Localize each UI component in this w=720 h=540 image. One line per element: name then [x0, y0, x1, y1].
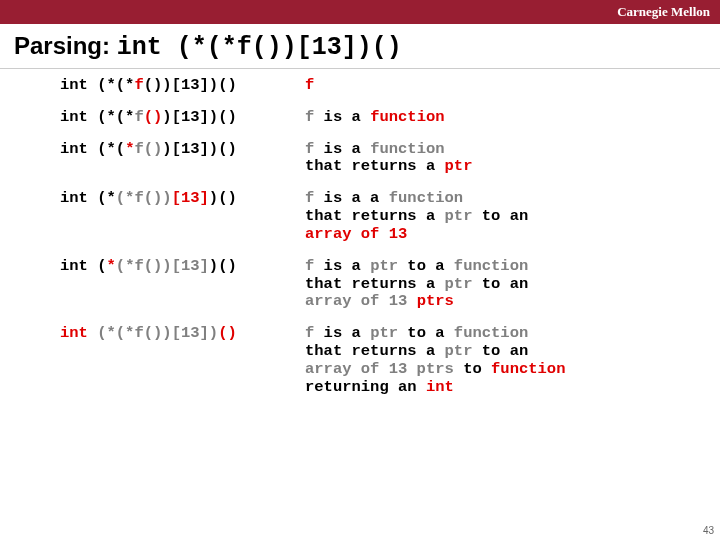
slide-title: Parsing: int (*(*f())[13])() [0, 24, 720, 69]
lhs-code: int (*(*f())[13])() [60, 109, 305, 127]
lhs-code: int (*(*f())[13])() [60, 190, 305, 243]
parse-row: int (*(*f())[13])() f is a a functiontha… [60, 190, 706, 243]
brand-bar: Carnegie Mellon [0, 0, 720, 24]
rhs-desc: f [305, 77, 706, 95]
rhs-desc: f is a function [305, 109, 706, 127]
brand-label: Carnegie Mellon [617, 4, 710, 19]
title-code: int (*(*f())[13])() [117, 33, 402, 62]
rhs-desc: f is a a functionthat returns a ptr to a… [305, 190, 706, 243]
parse-row: int (*(*f())[13])() f is a functionthat … [60, 141, 706, 177]
rhs-desc: f is a ptr to a functionthat returns a p… [305, 325, 706, 396]
rhs-desc: f is a functionthat returns a ptr [305, 141, 706, 177]
lhs-code: int (*(*f())[13])() [60, 77, 305, 95]
title-prefix: Parsing: [14, 32, 117, 59]
lhs-code: int (*(*f())[13])() [60, 258, 305, 311]
slide-number: 43 [703, 525, 714, 536]
parse-row: int (*(*f())[13])() f is a function [60, 109, 706, 127]
content-area: int (*(*f())[13])() f int (*(*f())[13])(… [0, 69, 720, 396]
rhs-desc: f is a ptr to a functionthat returns a p… [305, 258, 706, 311]
parse-row: int (*(*f())[13])() f is a ptr to a func… [60, 325, 706, 396]
lhs-code: int (*(*f())[13])() [60, 141, 305, 177]
parse-row: int (*(*f())[13])() f is a ptr to a func… [60, 258, 706, 311]
lhs-code: int (*(*f())[13])() [60, 325, 305, 396]
parse-row: int (*(*f())[13])() f [60, 77, 706, 95]
